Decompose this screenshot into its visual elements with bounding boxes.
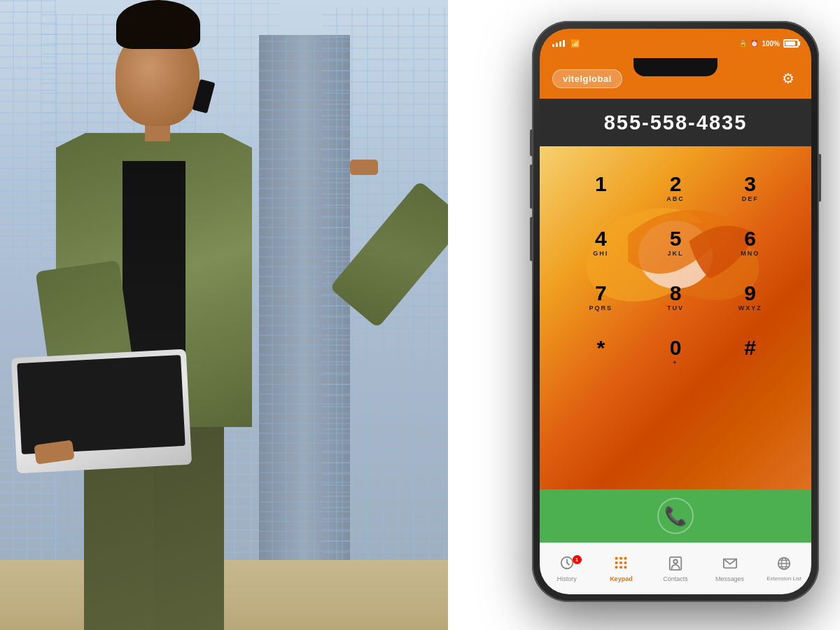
dial-key-2[interactable]: 2 ABC xyxy=(638,160,713,215)
dial-key-6[interactable]: 6 MNO xyxy=(713,215,788,270)
dial-number: # xyxy=(744,337,756,358)
nav-item-keypad[interactable]: Keypad xyxy=(594,555,649,582)
dial-number: 9 xyxy=(744,283,756,304)
call-button[interactable]: 📞 xyxy=(657,498,694,534)
dialpad-grid: 1 _ 2 ABC 3 DEF 4 GHI xyxy=(564,160,788,379)
svg-rect-9 xyxy=(624,561,627,564)
dial-number: * xyxy=(596,337,605,358)
history-label: History xyxy=(557,575,577,582)
dial-number: 4 xyxy=(595,228,607,249)
dial-key-star[interactable]: * _ xyxy=(564,324,638,379)
signal-bars xyxy=(552,40,565,47)
svg-rect-4 xyxy=(615,557,618,560)
volume-down-button[interactable] xyxy=(530,217,533,261)
extension-list-icon xyxy=(776,556,792,574)
dial-letters: PQRS xyxy=(589,304,613,312)
silent-switch[interactable] xyxy=(530,130,533,156)
dial-letters: WXYZ xyxy=(738,304,762,312)
dialpad-area: 1 _ 2 ABC 3 DEF 4 GHI xyxy=(540,146,811,489)
phone-outer: 📶 🔒 ⏰ 100% vitelglobal ⚙ xyxy=(532,21,819,602)
dial-key-9[interactable]: 9 WXYZ xyxy=(713,270,788,324)
volume-up-button[interactable] xyxy=(530,164,533,209)
dial-key-3[interactable]: 3 DEF xyxy=(713,160,788,215)
status-right: 🔒 ⏰ 100% xyxy=(739,39,799,48)
bottom-nav: 1 History xyxy=(540,542,811,594)
alarm-icon: ⏰ xyxy=(750,40,758,47)
dial-key-hash[interactable]: # _ xyxy=(713,324,788,379)
dial-key-1[interactable]: 1 _ xyxy=(564,160,638,215)
power-button[interactable] xyxy=(818,154,821,202)
dial-number: 8 xyxy=(670,283,682,304)
dial-number: 1 xyxy=(595,174,607,195)
svg-rect-11 xyxy=(620,566,623,569)
keypad-label: Keypad xyxy=(610,575,633,582)
dial-number: 2 xyxy=(670,174,682,195)
svg-rect-5 xyxy=(620,557,623,560)
dial-letters: TUV xyxy=(667,304,684,312)
nav-item-messages[interactable]: Messages xyxy=(703,556,757,582)
notch xyxy=(634,58,718,76)
wifi-icon: 📶 xyxy=(570,39,580,48)
dial-letters: ABC xyxy=(666,195,685,202)
dial-key-4[interactable]: 4 GHI xyxy=(564,215,638,270)
dial-key-0[interactable]: 0 + xyxy=(638,324,713,379)
dial-letters: GHI xyxy=(593,250,608,257)
lock-icon: 🔒 xyxy=(739,40,747,47)
messages-icon xyxy=(722,556,738,574)
dial-number: 6 xyxy=(744,228,756,249)
dial-key-7[interactable]: 7 PQRS xyxy=(564,270,638,324)
svg-rect-7 xyxy=(615,561,618,564)
status-left: 📶 xyxy=(552,39,580,48)
call-button-area: 📞 xyxy=(540,489,811,542)
keypad-icon xyxy=(613,555,629,574)
dial-number: 5 xyxy=(670,228,682,249)
dial-number: 3 xyxy=(744,174,756,195)
svg-rect-6 xyxy=(624,557,627,560)
history-badge: 1 xyxy=(573,555,582,564)
dial-letters: MNO xyxy=(741,250,760,257)
dial-key-5[interactable]: 5 JKL xyxy=(638,215,713,270)
phone-mockup-container: 📶 🔒 ⏰ 100% vitelglobal ⚙ xyxy=(532,21,819,602)
svg-rect-8 xyxy=(620,561,623,564)
nav-item-contacts[interactable]: Contacts xyxy=(648,556,703,582)
svg-point-14 xyxy=(673,559,678,564)
svg-rect-10 xyxy=(615,566,618,569)
extension-list-label: Extension List xyxy=(766,575,802,582)
battery-icon xyxy=(783,39,799,48)
settings-button[interactable]: ⚙ xyxy=(778,68,799,89)
phone-screen: 📶 🔒 ⏰ 100% vitelglobal ⚙ xyxy=(540,29,811,594)
dial-number: 0 xyxy=(670,337,682,358)
nav-item-extension-list[interactable]: Extension List xyxy=(757,556,811,582)
dial-letters: + xyxy=(673,359,678,366)
phone-number-text: 855-558-4835 xyxy=(604,111,748,134)
dial-number: 7 xyxy=(595,283,607,304)
status-bar: 📶 🔒 ⏰ 100% xyxy=(540,29,811,58)
battery-text: 100% xyxy=(762,40,780,48)
messages-label: Messages xyxy=(715,575,744,582)
dial-letters: DEF xyxy=(742,195,759,202)
svg-rect-12 xyxy=(624,566,627,569)
contacts-label: Contacts xyxy=(663,575,688,582)
nav-item-history[interactable]: 1 History xyxy=(540,555,594,582)
contacts-icon xyxy=(668,556,683,574)
app-logo-pill: vitelglobal xyxy=(552,69,622,88)
dial-letters: JKL xyxy=(667,250,683,257)
dial-key-8[interactable]: 8 TUV xyxy=(638,270,713,324)
phone-number-display: 855-558-4835 xyxy=(540,99,811,146)
